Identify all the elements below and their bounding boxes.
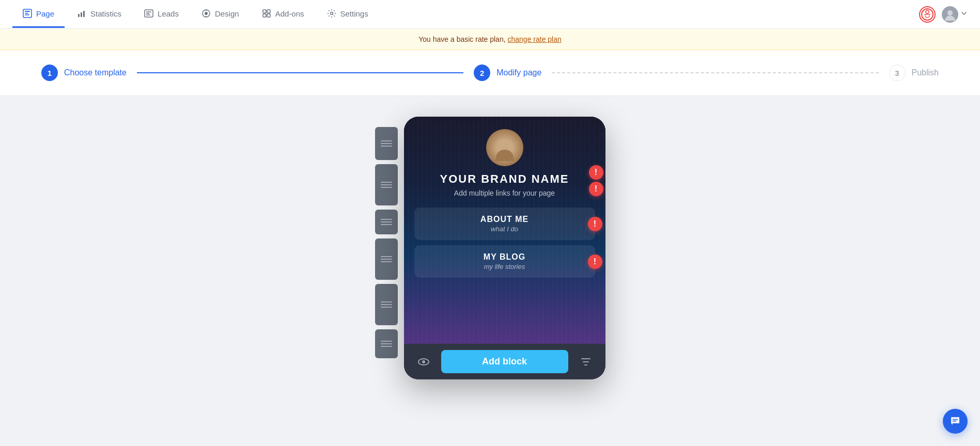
block-handle-6[interactable] — [375, 329, 398, 358]
tab-statistics-label: Statistics — [90, 9, 121, 18]
main-content: YOUR BRAND NAME ! Add multiple links for… — [0, 96, 980, 432]
tab-design[interactable]: Design — [191, 1, 250, 28]
my-blog-block-container: MY BLOG my life stories ! — [414, 245, 595, 278]
svg-rect-2 — [25, 13, 28, 14]
nav-right — [919, 6, 968, 23]
step-line-2 — [552, 72, 878, 73]
svg-point-23 — [947, 10, 953, 15]
tab-addons[interactable]: Add-ons — [252, 1, 315, 28]
preview-container: YOUR BRAND NAME ! Add multiple links for… — [375, 117, 605, 379]
svg-rect-18 — [267, 14, 270, 17]
step-3-circle: 3 — [889, 65, 906, 81]
step-1-label: Choose template — [64, 68, 127, 77]
svg-rect-1 — [25, 11, 30, 12]
warning-badge-subtitle[interactable]: ! — [589, 182, 603, 196]
help-icon[interactable] — [919, 6, 936, 23]
tab-statistics[interactable]: Statistics — [67, 1, 132, 28]
step-2: 2 Modify page — [474, 65, 541, 81]
svg-rect-31 — [953, 421, 956, 422]
svg-rect-6 — [83, 11, 85, 17]
phone-content: YOUR BRAND NAME ! Add multiple links for… — [404, 117, 605, 293]
phone-screen: YOUR BRAND NAME ! Add multiple links for… — [404, 117, 605, 344]
tab-addons-label: Add-ons — [275, 9, 304, 18]
page-icon — [23, 9, 32, 18]
banner-text: You have a basic rate plan, — [418, 35, 505, 43]
warning-badge-blog[interactable]: ! — [588, 254, 602, 269]
my-blog-title: MY BLOG — [423, 252, 587, 262]
statistics-icon — [77, 9, 86, 18]
block-handle-4[interactable] — [375, 238, 398, 280]
rate-plan-banner: You have a basic rate plan, change rate … — [0, 29, 980, 50]
avatar — [942, 6, 958, 23]
bottom-bar: Add block — [404, 344, 605, 379]
about-me-title: ABOUT ME — [423, 215, 587, 224]
step-3-label: Publish — [912, 68, 939, 77]
filter-button[interactable] — [574, 351, 597, 373]
svg-point-21 — [926, 10, 929, 13]
about-me-subtitle: what I do — [423, 225, 587, 233]
tab-settings-label: Settings — [340, 9, 368, 18]
chat-bubble[interactable] — [943, 409, 968, 434]
brand-subtitle: Add multiple links for your page — [414, 189, 595, 197]
svg-rect-15 — [263, 10, 266, 13]
step-3: 3 Publish — [889, 65, 939, 81]
warning-badge-brand[interactable]: ! — [589, 165, 603, 180]
tab-page-label: Page — [36, 9, 54, 18]
tab-leads-label: Leads — [158, 9, 179, 18]
addons-icon — [262, 9, 271, 18]
add-block-button[interactable]: Add block — [441, 350, 568, 373]
step-1-circle: 1 — [41, 65, 58, 81]
svg-rect-16 — [267, 10, 270, 13]
svg-rect-4 — [78, 14, 80, 17]
tab-page[interactable]: Page — [12, 1, 65, 28]
svg-rect-3 — [25, 14, 29, 15]
svg-point-24 — [500, 139, 510, 150]
my-blog-block[interactable]: MY BLOG my life stories — [414, 245, 595, 278]
svg-rect-5 — [81, 12, 82, 17]
design-icon — [201, 9, 211, 18]
svg-point-26 — [422, 360, 425, 363]
phone-mockup: YOUR BRAND NAME ! Add multiple links for… — [404, 117, 605, 379]
stepper: 1 Choose template 2 Modify page 3 Publis… — [0, 50, 980, 96]
svg-rect-17 — [263, 14, 266, 17]
brand-name: YOUR BRAND NAME — [414, 172, 595, 186]
block-controls — [375, 117, 398, 358]
tab-settings[interactable]: Settings — [317, 1, 379, 28]
step-line-1 — [137, 72, 463, 73]
about-me-block[interactable]: ABOUT ME what I do — [414, 208, 595, 240]
tab-leads[interactable]: Leads — [134, 1, 189, 28]
step-2-label: Modify page — [496, 68, 541, 77]
settings-icon — [327, 9, 336, 18]
chevron-down-icon — [960, 10, 968, 19]
change-rate-plan-link[interactable]: change rate plan — [507, 35, 561, 43]
step-2-circle: 2 — [474, 65, 490, 81]
svg-point-12 — [205, 12, 208, 15]
about-me-block-container: ABOUT ME what I do ! Block needs to be e… — [414, 208, 595, 240]
warning-badge-about[interactable]: ! — [588, 217, 602, 231]
svg-point-19 — [330, 12, 333, 15]
nav-tabs: Page Statistics Leads — [12, 1, 919, 28]
preview-button[interactable] — [412, 351, 435, 373]
block-handle-5[interactable] — [375, 284, 398, 325]
step-1: 1 Choose template — [41, 65, 127, 81]
leads-icon — [144, 9, 153, 18]
phone-avatar — [486, 129, 523, 166]
svg-rect-30 — [953, 419, 958, 420]
top-navigation: Page Statistics Leads — [0, 0, 980, 29]
block-handle-1[interactable] — [375, 127, 398, 160]
user-menu[interactable] — [942, 6, 968, 23]
tab-design-label: Design — [215, 9, 239, 18]
block-handle-2[interactable] — [375, 164, 398, 205]
my-blog-subtitle: my life stories — [423, 263, 587, 270]
block-handle-3[interactable] — [375, 210, 398, 234]
